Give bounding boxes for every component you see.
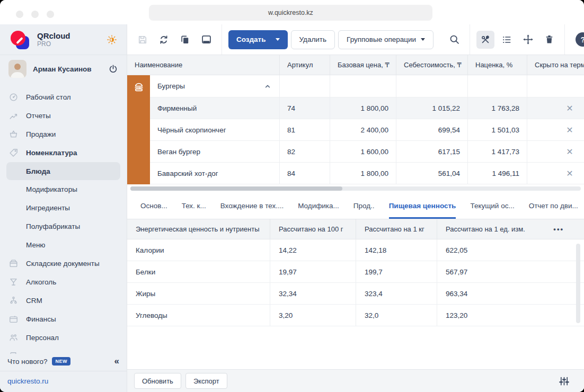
dashboard-icon bbox=[7, 92, 19, 102]
group-operations-button[interactable]: Групповые операции bbox=[338, 30, 433, 49]
products-column-header-1[interactable]: Артикул bbox=[280, 55, 330, 75]
sidebar-item-ingredients[interactable]: Ингредиенты bbox=[0, 199, 127, 217]
category-row[interactable]: Бургеры bbox=[127, 75, 584, 97]
product-row[interactable]: Баварский хот-дог841 800,00561,041 496,1… bbox=[127, 163, 584, 184]
category-color-strip bbox=[127, 75, 150, 184]
hidden-on-terminal-toggle[interactable]: ✕ bbox=[566, 147, 573, 157]
nutrient-row[interactable]: Калории14,22142,18622,05 bbox=[127, 239, 584, 261]
hidden-on-terminal-toggle[interactable]: ✕ bbox=[566, 103, 573, 113]
product-cost: 1 015,22 bbox=[396, 97, 468, 119]
search-icon[interactable] bbox=[445, 31, 463, 49]
sidebar-item-sales[interactable]: Продажи bbox=[0, 125, 127, 144]
sidebar-item-finance[interactable]: Финансы bbox=[0, 310, 127, 328]
sidebar-item-menu[interactable]: Меню bbox=[0, 236, 127, 254]
products-table-header: НаименованиеАртикулБазовая цена, ₸Себест… bbox=[127, 55, 584, 75]
cocktail-icon bbox=[7, 277, 19, 287]
user-row[interactable]: Арман Кусаинов bbox=[0, 55, 127, 83]
product-name: Чёрный скорпиончег bbox=[127, 119, 280, 140]
window-controls[interactable] bbox=[16, 11, 54, 18]
sidebar-item-crm[interactable]: CRM bbox=[0, 291, 127, 310]
nutrient-per-1kg: 199,7 bbox=[356, 261, 437, 282]
sidebar-item-warehouse[interactable]: Складские документы bbox=[0, 254, 127, 273]
sidebar-item-modifiers[interactable]: Модификаторы bbox=[0, 180, 127, 199]
hidden-on-terminal-toggle[interactable]: ✕ bbox=[566, 168, 573, 179]
nutrient-name: Калории bbox=[127, 239, 270, 261]
collapse-sidebar-icon[interactable]: « bbox=[114, 356, 119, 367]
detail-tab-0[interactable]: Основ... bbox=[140, 193, 167, 219]
delete-button-label: Удалить bbox=[299, 35, 327, 43]
save-icon[interactable] bbox=[134, 31, 152, 49]
basket-icon bbox=[7, 129, 19, 139]
whats-new-row[interactable]: Что нового? NEW « bbox=[0, 354, 127, 371]
hidden-on-terminal-toggle[interactable]: ✕ bbox=[566, 125, 573, 135]
sidebar-item-dishes[interactable]: Блюда bbox=[6, 162, 120, 180]
table-settings-sliders-icon[interactable] bbox=[559, 376, 570, 387]
products-column-header-4[interactable]: Наценка, % bbox=[468, 55, 527, 75]
nutrition-columns-menu-icon[interactable]: ••• bbox=[553, 225, 576, 233]
theme-toggle-sun-icon[interactable] bbox=[107, 34, 117, 45]
detail-tab-1[interactable]: Тех. к... bbox=[182, 193, 206, 219]
help-icon[interactable]: ? bbox=[576, 32, 584, 47]
product-name: Баварский хот-дог bbox=[127, 163, 280, 184]
nutrition-column-header-1: Рассчитано на 100 г bbox=[270, 219, 356, 239]
products-column-header-2[interactable]: Базовая цена, ₸ bbox=[330, 55, 396, 75]
logout-power-icon[interactable] bbox=[108, 64, 118, 74]
nutrient-row[interactable]: Жиры32,34323,4963,34 bbox=[127, 283, 584, 305]
detail-tab-6[interactable]: Текущий ос... bbox=[470, 193, 514, 219]
chevron-up-icon[interactable] bbox=[263, 82, 272, 91]
horizontal-scroll-area bbox=[127, 184, 584, 193]
nutrient-row[interactable]: Углеводы3,2032,0123,20 bbox=[127, 305, 584, 326]
url-bar[interactable]: w.quickresto.kz bbox=[149, 5, 432, 21]
tools-icon[interactable] bbox=[476, 31, 494, 49]
export-button[interactable]: Экспорт bbox=[185, 373, 227, 389]
user-name: Арман Кусаинов bbox=[33, 65, 92, 73]
copy-icon[interactable] bbox=[176, 31, 194, 49]
sidebar-item-nomenclature[interactable]: Номенклатура bbox=[0, 144, 127, 162]
detail-tab-4[interactable]: Прод.. bbox=[353, 193, 375, 219]
nutrient-per-100g: 14,22 bbox=[270, 239, 356, 261]
terminal-preview-icon[interactable] bbox=[197, 31, 215, 49]
toolbar: Создать Удалить Групповые операции bbox=[127, 24, 584, 55]
sidebar-item-desktop[interactable]: Рабочий стол bbox=[0, 88, 127, 106]
move-icon[interactable] bbox=[519, 31, 537, 49]
sidebar-item-semifinished[interactable]: Полуфабрикаты bbox=[0, 217, 127, 236]
trash-icon[interactable] bbox=[540, 31, 558, 49]
detail-tab-7[interactable]: Отчет по дви... bbox=[529, 193, 578, 219]
product-cost: 561,04 bbox=[396, 163, 468, 184]
delete-button[interactable]: Удалить bbox=[291, 30, 335, 49]
product-row[interactable]: Чёрный скорпиончег812 400,00699,541 501,… bbox=[127, 119, 584, 141]
horizontal-scrollbar-thumb[interactable] bbox=[130, 186, 342, 191]
products-column-header-3[interactable]: Себестоимость, ₸ bbox=[396, 55, 468, 75]
sidebar: QRcloud PRO bbox=[0, 24, 127, 392]
logo-row: QRcloud PRO bbox=[0, 24, 127, 55]
sidebar-item-label: Меню bbox=[26, 241, 46, 249]
products-column-header-0[interactable]: Наименование bbox=[127, 55, 280, 75]
nutrient-name: Белки bbox=[127, 261, 270, 282]
product-row[interactable]: Фирменный741 800,001 015,221 763,28✕ bbox=[127, 97, 584, 119]
product-row[interactable]: Веган бургер821 600,00617,151 417,73✕ bbox=[127, 141, 584, 163]
products-column-header-5[interactable]: Скрыто на терминале bbox=[527, 55, 584, 75]
empty-area bbox=[127, 326, 584, 369]
sidebar-item-label: Рабочий стол bbox=[26, 93, 71, 101]
detail-tab-5[interactable]: Пищевая ценность bbox=[389, 193, 456, 219]
products-table: НаименованиеАртикулБазовая цена, ₸Себест… bbox=[127, 55, 584, 193]
sidebar-item-alcohol[interactable]: Алкоголь bbox=[0, 273, 127, 291]
refresh-button[interactable]: Обновить bbox=[134, 373, 181, 389]
nutrition-table: Энергетическая ценность и нутриентыРассч… bbox=[127, 219, 584, 326]
nutrition-table-header: Энергетическая ценность и нутриентыРассч… bbox=[127, 219, 584, 239]
nutrient-row[interactable]: Белки19,97199,7567,97 bbox=[127, 261, 584, 283]
vertical-scrollbar[interactable] bbox=[576, 244, 580, 323]
product-sku: 84 bbox=[280, 163, 330, 184]
detail-tab-2[interactable]: Вхождение в тех.... bbox=[220, 193, 284, 219]
sidebar-item-reports[interactable]: Отчеты bbox=[0, 106, 127, 125]
detail-tab-3[interactable]: Модифика... bbox=[298, 193, 339, 219]
sidebar-item-label: Финансы bbox=[26, 315, 56, 323]
quickresto-link[interactable]: quickresto.ru bbox=[7, 377, 48, 385]
list-view-icon[interactable] bbox=[498, 31, 516, 49]
sidebar-item-staff[interactable]: Персонал bbox=[0, 328, 127, 347]
refresh-icon[interactable] bbox=[155, 31, 173, 49]
horizontal-scrollbar[interactable] bbox=[130, 186, 581, 191]
group-operations-label: Групповые операции bbox=[347, 35, 416, 43]
create-button-label: Создать bbox=[236, 35, 266, 43]
create-button[interactable]: Создать bbox=[228, 30, 288, 49]
